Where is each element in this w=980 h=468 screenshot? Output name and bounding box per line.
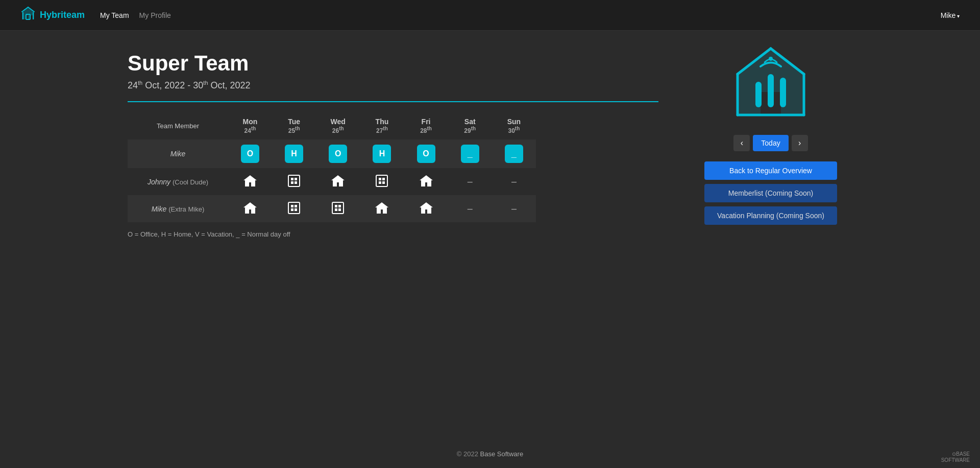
svg-rect-10 [382, 181, 385, 184]
svg-rect-22 [768, 74, 774, 107]
svg-rect-18 [338, 205, 341, 207]
end-month-year: Oct, 2022 [211, 80, 251, 90]
svg-rect-17 [335, 205, 337, 207]
mike-fri: O [404, 139, 448, 168]
next-button[interactable]: › [792, 135, 808, 151]
svg-rect-3 [295, 178, 297, 180]
johnny-mon [228, 168, 272, 195]
mikeextra-mon [228, 195, 272, 222]
svg-point-24 [769, 57, 773, 61]
schedule-table: Team Member Mon24th Tue25th Wed26th Thu2… [128, 112, 536, 222]
back-to-regular-button[interactable]: Back to Regular Overview [704, 161, 837, 180]
nav-links: My Team My Profile [100, 9, 941, 21]
team-title: Super Team [128, 51, 658, 76]
svg-rect-7 [379, 178, 381, 180]
mikeextra-sun: – [492, 195, 536, 222]
svg-rect-8 [382, 178, 385, 180]
brand-name: Hybriteam [40, 10, 85, 20]
brand-icon [20, 6, 36, 25]
svg-rect-21 [755, 82, 762, 107]
action-buttons: Back to Regular Overview Memberlist (Com… [704, 161, 837, 225]
mike-thu: H [360, 139, 404, 168]
mikeextra-wed [316, 195, 360, 222]
member-name-mike: Mike [128, 139, 228, 168]
col-sat: Sat29th [448, 112, 492, 139]
legend: O = Office, H = Home, V = Vacation, _ = … [128, 230, 658, 238]
col-wed: Wed26th [316, 112, 360, 139]
footer-company-link[interactable]: Base Software [480, 450, 524, 458]
end-sup: th [203, 80, 208, 86]
right-section: ‹ Today › Back to Regular Overview Membe… [689, 51, 852, 238]
mikeextra-fri [404, 195, 448, 222]
memberlist-button[interactable]: Memberlist (Coming Soon) [704, 184, 837, 202]
svg-rect-2 [291, 178, 293, 180]
svg-rect-15 [295, 208, 297, 211]
mike-tue: H [272, 139, 316, 168]
svg-rect-9 [379, 181, 381, 184]
prev-button[interactable]: ‹ [733, 135, 750, 151]
table-row: Johnny (Cool Dude) [128, 168, 536, 195]
col-tue: Tue25th [272, 112, 316, 139]
table-row: Mike (Extra Mike) [128, 195, 536, 222]
mike-wed: O [316, 139, 360, 168]
mike-sat: _ [448, 139, 492, 168]
col-mon: Mon24th [228, 112, 272, 139]
footer: © 2022 Base Software [0, 440, 980, 468]
svg-rect-6 [376, 175, 387, 186]
johnny-thu [360, 168, 404, 195]
main-container: Super Team 24th Oct, 2022 - 30th Oct, 20… [0, 31, 980, 259]
svg-rect-20 [338, 208, 341, 211]
mike-sun: _ [492, 139, 536, 168]
nav-controls: ‹ Today › [733, 135, 807, 151]
end-day: 30 [193, 80, 203, 90]
col-fri: Fri28th [404, 112, 448, 139]
col-sun: Sun30th [492, 112, 536, 139]
mike-mon: O [228, 139, 272, 168]
table-row: Mike O H O H O _ _ [128, 139, 536, 168]
nav-my-team[interactable]: My Team [100, 9, 129, 21]
navbar: Hybriteam My Team My Profile Mike [0, 0, 980, 31]
johnny-fri [404, 168, 448, 195]
svg-rect-12 [291, 205, 293, 207]
divider [128, 101, 658, 102]
separator: - [187, 80, 193, 90]
mikeextra-thu [360, 195, 404, 222]
start-day: 24 [128, 80, 138, 90]
today-button[interactable]: Today [753, 135, 788, 151]
user-menu[interactable]: Mike [941, 11, 960, 19]
brand-link[interactable]: Hybriteam [20, 6, 85, 25]
johnny-wed [316, 168, 360, 195]
nav-my-profile[interactable]: My Profile [139, 9, 171, 21]
member-name-mike-extra: Mike (Extra Mike) [128, 195, 228, 222]
svg-rect-19 [335, 208, 337, 211]
svg-rect-11 [288, 202, 300, 214]
start-sup: th [138, 80, 142, 86]
svg-rect-14 [291, 208, 293, 211]
johnny-sat: – [448, 168, 492, 195]
col-thu: Thu27th [360, 112, 404, 139]
footer-copyright: © 2022 [457, 450, 478, 458]
svg-rect-1 [288, 175, 300, 186]
big-logo [730, 41, 812, 125]
vacation-planning-button[interactable]: Vacation Planning (Coming Soon) [704, 206, 837, 225]
johnny-tue [272, 168, 316, 195]
footer-logo: ⊙BASESOFTWARE [941, 451, 970, 463]
svg-rect-5 [295, 181, 297, 184]
start-month-year: Oct, 2022 [145, 80, 185, 90]
mikeextra-sat: – [448, 195, 492, 222]
svg-rect-13 [295, 205, 297, 207]
col-team-member: Team Member [128, 112, 228, 139]
svg-rect-16 [332, 202, 344, 214]
svg-rect-4 [291, 181, 293, 184]
mikeextra-tue [272, 195, 316, 222]
svg-rect-23 [780, 78, 786, 107]
johnny-sun: – [492, 168, 536, 195]
member-name-johnny: Johnny (Cool Dude) [128, 168, 228, 195]
left-section: Super Team 24th Oct, 2022 - 30th Oct, 20… [128, 51, 658, 238]
date-range: 24th Oct, 2022 - 30th Oct, 2022 [128, 80, 658, 91]
